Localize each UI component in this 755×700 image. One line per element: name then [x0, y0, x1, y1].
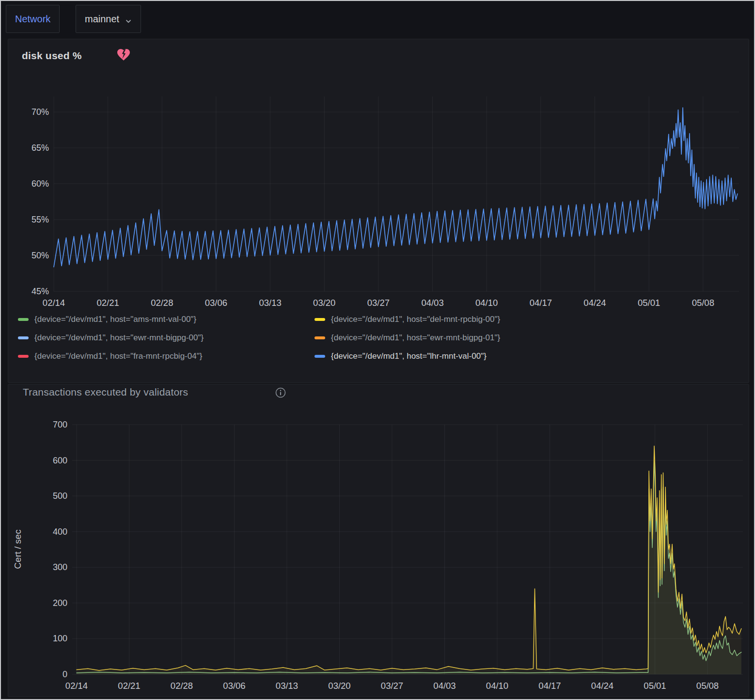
svg-text:03/13: 03/13 — [276, 681, 298, 691]
legend-item-fra-mnt-rpcbig-04[interactable]: {device="/dev/md1", host="fra-mnt-rpcbig… — [18, 351, 315, 361]
svg-text:02/28: 02/28 — [151, 298, 173, 308]
network-variable-dropdown[interactable]: mainnet — [76, 5, 141, 33]
svg-text:04/24: 04/24 — [583, 298, 606, 308]
svg-text:03/27: 03/27 — [367, 298, 390, 308]
gridlines — [72, 425, 743, 674]
svg-text:04/10: 04/10 — [475, 298, 498, 308]
legend-swatch — [18, 318, 29, 321]
disk-used-chart[interactable]: 70%65%60%55%50%45%02/1402/2102/2803/0603… — [8, 39, 749, 311]
legend-swatch — [18, 336, 29, 339]
svg-text:02/21: 02/21 — [97, 298, 119, 308]
gridlines — [54, 96, 739, 291]
svg-text:02/14: 02/14 — [43, 298, 65, 308]
network-variable-label[interactable]: Network — [6, 5, 60, 33]
svg-text:45%: 45% — [31, 286, 49, 296]
x-axis-tick-labels: 02/1402/2102/2803/0603/1303/2003/2704/03… — [65, 681, 719, 691]
svg-text:200: 200 — [53, 598, 67, 608]
legend-swatch — [315, 318, 325, 321]
svg-text:100: 100 — [53, 634, 67, 643]
legend-label: {device="/dev/md1", host="fra-mnt-rpcbig… — [34, 351, 202, 361]
svg-text:60%: 60% — [31, 179, 49, 189]
legend-label: {device="/dev/md1", host="ewr-mnt-bigpg-… — [331, 333, 500, 343]
disk-used-legend: {device="/dev/md1", host="ams-mnt-val-00… — [18, 315, 740, 361]
svg-text:04/17: 04/17 — [530, 298, 552, 308]
dashboard-controls-strip: Network mainnet — [1, 1, 754, 38]
svg-text:05/08: 05/08 — [692, 298, 714, 308]
series-yellow-line — [77, 446, 741, 670]
legend-item-del-mnt-rpcbig-00[interactable]: {device="/dev/md1", host="del-mnt-rpcbig… — [315, 315, 740, 324]
svg-text:05/01: 05/01 — [638, 298, 660, 308]
y-axis-tick-labels: 70%65%60%55%50%45% — [31, 107, 49, 296]
chevron-down-icon — [125, 16, 132, 23]
svg-text:600: 600 — [53, 456, 67, 465]
svg-text:04/17: 04/17 — [538, 681, 561, 691]
svg-text:03/06: 03/06 — [223, 681, 245, 691]
svg-text:03/20: 03/20 — [328, 681, 350, 691]
svg-text:65%: 65% — [31, 143, 49, 153]
legend-item-ewr-mnt-bigpg-00[interactable]: {device="/dev/md1", host="ewr-mnt-bigpg-… — [18, 333, 315, 343]
legend-label: {device="/dev/md1", host="del-mnt-rpcbig… — [331, 315, 500, 324]
svg-text:03/13: 03/13 — [259, 298, 281, 308]
legend-item-lhr-mnt-val-00[interactable]: {device="/dev/md1", host="lhr-mnt-val-00… — [315, 351, 740, 361]
legend-label: {device="/dev/md1", host="lhr-mnt-val-00… — [331, 351, 487, 361]
svg-text:04/03: 04/03 — [433, 681, 456, 691]
legend-item-ams-mnt-val-00[interactable]: {device="/dev/md1", host="ams-mnt-val-00… — [18, 315, 315, 324]
legend-label: {device="/dev/md1", host="ams-mnt-val-00… — [34, 315, 196, 324]
disk-used-panel: disk used % 70%65%60%55%50%45%02/1402/21… — [8, 39, 749, 383]
svg-text:700: 700 — [53, 420, 67, 430]
svg-text:0: 0 — [63, 669, 67, 679]
svg-text:03/06: 03/06 — [205, 298, 227, 308]
legend-swatch — [18, 355, 29, 358]
svg-text:04/03: 04/03 — [421, 298, 443, 308]
svg-text:300: 300 — [53, 562, 67, 572]
transactions-chart[interactable]: 700600500400300200100002/1402/2102/2803/… — [8, 384, 749, 697]
x-axis-tick-labels: 02/1402/2102/2803/0603/1303/2003/2704/03… — [43, 298, 714, 308]
legend-label: {device="/dev/md1", host="ewr-mnt-bigpg-… — [34, 333, 204, 343]
svg-text:04/24: 04/24 — [591, 681, 613, 691]
network-variable-label-text: Network — [15, 14, 50, 25]
y-axis-title: Cert / sec — [13, 529, 23, 569]
svg-text:400: 400 — [53, 527, 67, 537]
svg-text:02/28: 02/28 — [171, 681, 193, 691]
grafana-dashboard: { "header": { "variable_label": "Network… — [0, 0, 755, 700]
network-variable-value: mainnet — [85, 14, 119, 25]
svg-text:50%: 50% — [31, 251, 49, 260]
svg-text:02/21: 02/21 — [118, 681, 140, 691]
svg-text:02/14: 02/14 — [65, 681, 88, 691]
series-green-line — [77, 461, 741, 673]
legend-swatch — [315, 355, 325, 358]
svg-text:03/20: 03/20 — [313, 298, 335, 308]
series-yellow-fill — [77, 446, 741, 674]
svg-text:70%: 70% — [31, 107, 49, 117]
svg-text:500: 500 — [53, 491, 67, 501]
y-axis-tick-labels: 7006005004003002001000 — [53, 420, 67, 679]
svg-text:55%: 55% — [31, 215, 49, 224]
svg-text:03/27: 03/27 — [381, 681, 403, 691]
svg-text:05/01: 05/01 — [644, 681, 666, 691]
transactions-panel: Transactions executed by validators 7006… — [8, 384, 749, 697]
legend-swatch — [315, 336, 325, 339]
svg-text:04/10: 04/10 — [486, 681, 508, 691]
disk-used-series-line — [54, 108, 738, 267]
legend-item-ewr-mnt-bigpg-01[interactable]: {device="/dev/md1", host="ewr-mnt-bigpg-… — [315, 333, 740, 343]
svg-text:05/08: 05/08 — [696, 681, 719, 691]
